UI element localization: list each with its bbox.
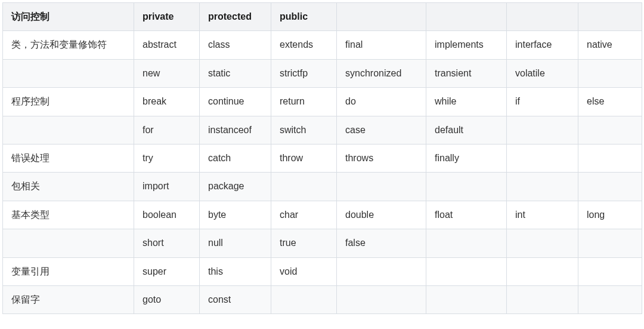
table-cell: [426, 285, 507, 313]
table-row: for instanceof switch case default: [3, 116, 642, 144]
table-cell: long: [578, 201, 642, 229]
table-cell: [507, 116, 578, 144]
table-cell: new: [134, 59, 200, 87]
table-row: new static strictfp synchronized transie…: [3, 59, 642, 87]
table-cell: case: [337, 116, 426, 144]
table-cell: class: [200, 31, 271, 59]
table-cell: [426, 257, 507, 285]
table-cell: goto: [134, 285, 200, 313]
table-cell: for: [134, 116, 200, 144]
table-cell: float: [426, 201, 507, 229]
table-row: 基本类型 boolean byte char double float int …: [3, 201, 642, 229]
table-cell: byte: [200, 201, 271, 229]
table-cell: 包相关: [3, 173, 134, 201]
header-cell: 访问控制: [3, 3, 134, 31]
table-row: short null true false: [3, 229, 642, 257]
header-cell: [578, 3, 642, 31]
table-cell: final: [337, 31, 426, 59]
table-cell: [578, 229, 642, 257]
table-cell: while: [426, 88, 507, 116]
table-cell: true: [271, 229, 337, 257]
table-cell: 程序控制: [3, 88, 134, 116]
table-row: 包相关 import package: [3, 173, 642, 201]
table-cell: [507, 257, 578, 285]
table-row: 变量引用 super this void: [3, 257, 642, 285]
table-cell: const: [200, 285, 271, 313]
table-cell: else: [578, 88, 642, 116]
table-cell: [426, 229, 507, 257]
table-cell: this: [200, 257, 271, 285]
table-cell: native: [578, 31, 642, 59]
table-cell: import: [134, 173, 200, 201]
table-cell: boolean: [134, 201, 200, 229]
table-cell: default: [426, 116, 507, 144]
table-cell: interface: [507, 31, 578, 59]
table-cell: [3, 59, 134, 87]
table-cell: return: [271, 88, 337, 116]
table-cell: break: [134, 88, 200, 116]
header-cell: private: [134, 3, 200, 31]
table-cell: instanceof: [200, 116, 271, 144]
table-cell: [3, 116, 134, 144]
table-cell: [271, 285, 337, 313]
table-cell: switch: [271, 116, 337, 144]
table-cell: double: [337, 201, 426, 229]
table-cell: extends: [271, 31, 337, 59]
table-cell: [578, 144, 642, 172]
table-cell: if: [507, 88, 578, 116]
table-cell: do: [337, 88, 426, 116]
table-cell: transient: [426, 59, 507, 87]
table-cell: [578, 116, 642, 144]
table-cell: short: [134, 229, 200, 257]
table-cell: [578, 257, 642, 285]
table-cell: [507, 229, 578, 257]
table-cell: char: [271, 201, 337, 229]
table-cell: [337, 257, 426, 285]
table-cell: implements: [426, 31, 507, 59]
table-cell: void: [271, 257, 337, 285]
table-cell: volatile: [507, 59, 578, 87]
header-cell: [426, 3, 507, 31]
table-cell: try: [134, 144, 200, 172]
table-cell: 变量引用: [3, 257, 134, 285]
table-cell: [337, 173, 426, 201]
table-cell: [426, 173, 507, 201]
header-cell: public: [271, 3, 337, 31]
table-cell: throw: [271, 144, 337, 172]
table-cell: [578, 285, 642, 313]
table-cell: int: [507, 201, 578, 229]
table-cell: [271, 173, 337, 201]
table-cell: null: [200, 229, 271, 257]
table-cell: [578, 173, 642, 201]
table-cell: [3, 229, 134, 257]
header-cell: protected: [200, 3, 271, 31]
table-row: 错误处理 try catch throw throws finally: [3, 144, 642, 172]
table-cell: strictfp: [271, 59, 337, 87]
table-cell: 类，方法和变量修饰符: [3, 31, 134, 59]
table-cell: package: [200, 173, 271, 201]
table-cell: [337, 285, 426, 313]
table-cell: [507, 144, 578, 172]
header-cell: [337, 3, 426, 31]
table-cell: [507, 173, 578, 201]
keywords-table: 访问控制 private protected public 类，方法和变量修饰符…: [2, 2, 642, 314]
table-body: 类，方法和变量修饰符 abstract class extends final …: [3, 31, 642, 314]
table-cell: 基本类型: [3, 201, 134, 229]
table-row: 类，方法和变量修饰符 abstract class extends final …: [3, 31, 642, 59]
table-cell: super: [134, 257, 200, 285]
table-cell: static: [200, 59, 271, 87]
table-cell: 保留字: [3, 285, 134, 313]
table-row: 保留字 goto const: [3, 285, 642, 313]
table-header-row: 访问控制 private protected public: [3, 3, 642, 31]
table-cell: [507, 285, 578, 313]
table-row: 程序控制 break continue return do while if e…: [3, 88, 642, 116]
header-cell: [507, 3, 578, 31]
table-cell: [578, 59, 642, 87]
table-cell: catch: [200, 144, 271, 172]
table-cell: abstract: [134, 31, 200, 59]
table-cell: finally: [426, 144, 507, 172]
table-cell: throws: [337, 144, 426, 172]
table-cell: 错误处理: [3, 144, 134, 172]
table-cell: false: [337, 229, 426, 257]
table-cell: continue: [200, 88, 271, 116]
